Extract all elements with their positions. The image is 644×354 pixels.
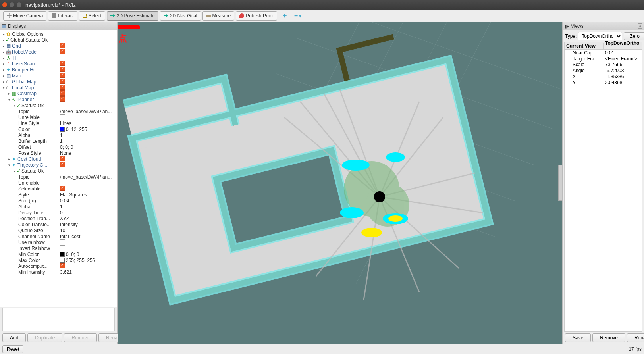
checkbox-grid[interactable] — [60, 43, 65, 48]
prop-traj-mincolor[interactable]: Min Color — [18, 252, 58, 257]
prop-bufferlen-value[interactable]: 1 — [58, 139, 117, 144]
expand-arrow-icon[interactable]: ▸ — [2, 50, 6, 54]
expand-arrow-icon[interactable]: ▸ — [2, 74, 6, 78]
prop-linestyle[interactable]: Line Style — [18, 121, 58, 126]
expand-arrow-icon[interactable]: ▸ — [2, 38, 6, 42]
prop-posestyle[interactable]: Pose Style — [18, 150, 58, 156]
prop-traj-postrans-value[interactable]: XYZ — [58, 216, 117, 221]
tree-item-planner-status[interactable]: Status: Ok — [21, 103, 117, 108]
view-y-value[interactable]: 2.04398 — [604, 80, 642, 85]
checkbox-autocompute[interactable] — [60, 263, 65, 268]
measure-button[interactable]: Measure — [202, 11, 235, 21]
views-tree[interactable]: Current View TopDownOrtho ... Near Clip … — [564, 42, 642, 332]
checkbox-costcloud[interactable] — [60, 156, 65, 161]
expand-arrow-icon[interactable]: ▸ — [2, 56, 6, 60]
view-targetframe-value[interactable]: <Fixed Frame> — [604, 56, 642, 62]
prop-traj-minintensity-value[interactable]: 3.621 — [58, 269, 117, 275]
view-y[interactable]: Y — [565, 80, 604, 85]
reset-button[interactable]: Reset — [2, 345, 23, 353]
panel-expand-handle[interactable] — [558, 165, 562, 201]
prop-unreliable[interactable]: Unreliable — [18, 115, 58, 120]
3d-viewport[interactable]: 设置起点 — [118, 22, 562, 344]
checkbox-traj-selectable[interactable] — [60, 186, 65, 191]
prop-traj-rainbow[interactable]: Use rainbow — [18, 240, 58, 245]
prop-traj-colortrans[interactable]: Color Transfo... — [18, 222, 58, 227]
prop-traj-alpha[interactable]: Alpha — [18, 204, 58, 210]
checkbox-rainbow[interactable] — [60, 239, 65, 244]
view-scale[interactable]: Scale — [565, 62, 604, 67]
prop-posestyle-value[interactable]: None — [58, 150, 117, 156]
plus-icon[interactable]: ✚ — [283, 13, 287, 19]
expand-arrow-icon[interactable]: ▸ — [7, 92, 11, 96]
remove-button[interactable]: Remove — [64, 333, 97, 342]
checkbox-costmap[interactable] — [60, 90, 65, 96]
tree-item-localmap[interactable]: Local Map — [12, 85, 58, 90]
prop-traj-maxcolor[interactable]: Max Color — [18, 258, 58, 263]
rename-view-button[interactable]: Rename — [627, 333, 644, 342]
checkbox-trajectory[interactable] — [60, 162, 65, 167]
tree-item-grid[interactable]: Grid — [12, 43, 58, 49]
view-type-select[interactable]: TopDownOrtho — [578, 32, 622, 40]
prop-traj-topic-value[interactable]: /move_base/DWAPlan... — [58, 174, 117, 180]
prop-traj-invrainbow[interactable]: Invert Rainbow — [18, 246, 58, 251]
prop-traj-size[interactable]: Size (m) — [18, 198, 58, 204]
prop-offset-value[interactable]: 0; 0; 0 — [58, 144, 117, 150]
expand-arrow-icon[interactable]: ▾ — [7, 163, 11, 167]
prop-alpha-value[interactable]: 1 — [58, 133, 117, 138]
prop-topic-value[interactable]: /move_base/DWAPlan... — [58, 109, 117, 114]
checkbox-globalmap[interactable] — [60, 79, 65, 84]
select-button[interactable]: Select — [79, 11, 105, 21]
tree-item-global-status[interactable]: Global Status: Ok — [10, 37, 117, 43]
prop-traj-postrans[interactable]: Position Tran... — [18, 216, 58, 221]
prop-traj-queue-value[interactable]: 10 — [58, 228, 117, 233]
move-camera-button[interactable]: Move Camera — [3, 11, 46, 21]
checkbox-map[interactable] — [60, 73, 65, 78]
zero-button[interactable]: Zero — [624, 32, 644, 40]
displays-tree[interactable]: ▸✿Global Options ▸✓Global Status: Ok ▸▦G… — [0, 30, 117, 307]
tree-item-traj-status[interactable]: Status: Ok — [21, 168, 117, 174]
remove-view-button[interactable]: Remove — [592, 333, 625, 342]
tree-item-globalmap[interactable]: Global Map — [12, 79, 58, 85]
expand-arrow-icon[interactable]: ▸ — [2, 44, 6, 48]
views-header-name[interactable]: Current View — [565, 43, 604, 49]
prop-traj-style-value[interactable]: Flat Squares — [58, 192, 117, 198]
checkbox-localmap[interactable] — [60, 85, 65, 90]
publish-point-button[interactable]: Publish Point — [236, 11, 277, 21]
window-minimize-button[interactable] — [10, 2, 14, 7]
prop-traj-autocompute[interactable]: Autocomput... — [18, 264, 58, 269]
checkbox-unreliable[interactable] — [60, 114, 65, 119]
prop-traj-queue[interactable]: Queue Size — [18, 228, 58, 233]
window-maximize-button[interactable] — [17, 2, 21, 7]
prop-traj-size-value[interactable]: 0.04 — [58, 198, 117, 204]
prop-alpha[interactable]: Alpha — [18, 133, 58, 138]
displays-panel-header[interactable]: Displays — [0, 22, 117, 30]
window-close-button[interactable] — [2, 2, 7, 7]
save-view-button[interactable]: Save — [565, 333, 591, 342]
expand-arrow-icon[interactable]: ▸ — [2, 32, 6, 36]
checkbox-traj-unreliable[interactable] — [60, 180, 65, 185]
expand-arrow-icon[interactable]: ▸ — [2, 62, 6, 66]
view-nearclip[interactable]: Near Clip ... — [565, 50, 604, 56]
2d-nav-goal-button[interactable]: 2D Nav Goal — [160, 11, 201, 21]
tree-item-costmap[interactable]: Costmap — [17, 91, 58, 96]
close-panel-icon[interactable]: × — [638, 23, 642, 29]
prop-traj-style[interactable]: Style — [18, 192, 58, 198]
prop-traj-unreliable[interactable]: Unreliable — [18, 180, 58, 186]
prop-color[interactable]: Color — [18, 127, 58, 132]
checkbox-robotmodel[interactable] — [60, 49, 65, 54]
prop-traj-decay-value[interactable]: 0 — [58, 210, 117, 215]
prop-offset[interactable]: Offset — [18, 144, 58, 150]
interact-button[interactable]: Interact — [48, 11, 77, 21]
prop-traj-topic[interactable]: Topic — [18, 174, 58, 180]
add-button[interactable]: Add — [2, 333, 26, 342]
tree-item-global-options[interactable]: Global Options — [12, 31, 117, 37]
prop-traj-colortrans-value[interactable]: Intensity — [58, 222, 117, 227]
tree-item-planner[interactable]: Planner — [17, 97, 58, 102]
expand-arrow-icon[interactable]: ▸ — [13, 169, 17, 173]
duplicate-button[interactable]: Duplicate — [27, 333, 62, 342]
prop-linestyle-value[interactable]: Lines — [58, 121, 117, 126]
expand-arrow-icon[interactable]: ▸ — [2, 68, 6, 72]
expand-arrow-icon[interactable]: ▸ — [13, 104, 17, 108]
tree-item-costcloud[interactable]: Cost Cloud — [17, 156, 58, 162]
prop-bufferlen[interactable]: Buffer Length — [18, 139, 58, 144]
